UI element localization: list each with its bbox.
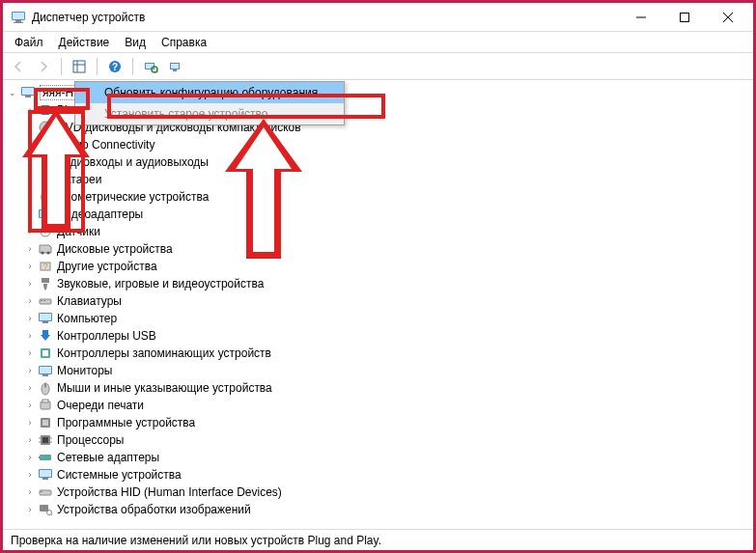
tree-item[interactable]: › Устройства HID (Human Interface Device…	[24, 484, 749, 501]
expand-icon[interactable]: ›	[24, 400, 36, 411]
tree-item[interactable]: › Биометрические устройства	[24, 188, 749, 206]
tree-item[interactable]: › Контроллеры запоминающих устройств	[24, 345, 749, 362]
help-button[interactable]: ?	[103, 55, 126, 78]
tree-item-label: Батареи	[57, 173, 101, 186]
close-button[interactable]	[706, 3, 749, 31]
expand-icon[interactable]: ›	[24, 330, 36, 342]
expand-icon[interactable]: ›	[24, 208, 36, 220]
titlebar: Диспетчер устройств	[3, 3, 753, 32]
svg-rect-48	[42, 321, 48, 323]
expand-icon[interactable]: ›	[24, 261, 36, 272]
back-button[interactable]	[7, 55, 30, 78]
maximize-button[interactable]	[662, 3, 706, 31]
tree-item-label: Jungo Connectivity	[57, 138, 154, 152]
expand-icon[interactable]: ›	[24, 243, 36, 255]
device-category-icon	[38, 467, 53, 483]
device-category-icon	[38, 432, 53, 448]
tree-item[interactable]: › Клавиатуры	[24, 292, 749, 310]
menu-file[interactable]: Файл	[7, 34, 51, 51]
expand-icon[interactable]: ›	[24, 156, 36, 168]
tree-item[interactable]: › Мониторы	[24, 362, 749, 379]
tree-item[interactable]: › Программные устройства	[24, 414, 749, 431]
tree-item[interactable]: › Аудиовходы и аудиовыходы	[24, 153, 749, 171]
separator	[97, 58, 98, 75]
expand-icon[interactable]: ›	[24, 504, 36, 515]
svg-rect-53	[42, 374, 48, 376]
tree-item[interactable]: › Батареи	[24, 171, 749, 188]
tree-item[interactable]: › Процессоры	[24, 431, 749, 449]
expand-icon[interactable]: ›	[24, 226, 36, 237]
expand-icon[interactable]: ›	[24, 104, 36, 116]
menu-help[interactable]: Справка	[154, 34, 214, 51]
tree-item[interactable]: › Очереди печати	[24, 397, 749, 414]
tree-item[interactable]: › Видеоадаптеры	[24, 206, 749, 223]
svg-rect-52	[40, 367, 51, 373]
ctx-install-legacy[interactable]: Установить старое устройство	[75, 103, 344, 124]
expand-icon[interactable]: ›	[24, 174, 36, 185]
svg-text:B: B	[42, 106, 48, 116]
svg-line-16	[156, 71, 157, 72]
svg-point-37	[44, 231, 47, 234]
tree-item-label: Очереди печати	[57, 399, 144, 412]
svg-rect-70	[40, 470, 51, 477]
tree-item[interactable]: › ? Другие устройства	[24, 258, 749, 275]
tree-item[interactable]: › Сетевые адаптеры	[24, 449, 749, 466]
expand-icon[interactable]: ›	[24, 417, 36, 429]
expand-icon[interactable]: ›	[24, 486, 36, 498]
expand-icon[interactable]: ›	[24, 452, 36, 463]
expand-icon[interactable]: ›	[24, 295, 36, 307]
tree-item[interactable]: › Дисковые устройства	[24, 240, 749, 258]
tree-item-label: Видеоадаптеры	[57, 207, 143, 221]
tree-item-label: Контроллеры запоминающих устройств	[57, 346, 271, 360]
tree-item[interactable]: › Звуковые, игровые и видеоустройства	[24, 275, 749, 292]
tree-item[interactable]: › Jungo Connectivity	[24, 136, 749, 153]
svg-rect-68	[39, 456, 41, 458]
tree-item[interactable]: › Компьютер	[24, 310, 749, 327]
expand-icon[interactable]: ›	[24, 278, 36, 290]
expand-icon[interactable]: ›	[24, 469, 36, 481]
computer-icon	[20, 85, 36, 100]
toolbar: ?	[3, 53, 753, 80]
tree-item[interactable]: › Устройства обработки изображений	[24, 501, 749, 518]
device-category-icon	[38, 380, 53, 396]
tree-item-label: Программные устройства	[57, 416, 195, 429]
tree-item[interactable]: › Мыши и иные указывающие устройства	[24, 379, 749, 397]
separator	[132, 58, 133, 75]
ctx-scan-hardware[interactable]: Обновить конфигурацию оборудования	[75, 82, 344, 103]
device-category-icon	[38, 415, 53, 430]
svg-rect-47	[40, 314, 51, 320]
svg-rect-35	[42, 218, 48, 220]
tree-item-label: Компьютер	[57, 312, 117, 325]
tree-item[interactable]: › Датчики	[24, 223, 749, 240]
svg-rect-19	[173, 69, 177, 71]
tree-item[interactable]: › Системные устройства	[24, 466, 749, 484]
expand-icon[interactable]: ›	[24, 434, 36, 446]
forward-button[interactable]	[32, 55, 55, 78]
expand-icon[interactable]: ›	[24, 122, 36, 133]
device-category-icon	[38, 293, 53, 309]
scan-hardware-button[interactable]	[139, 55, 162, 78]
expand-icon[interactable]: ›	[24, 139, 36, 151]
svg-point-75	[47, 511, 52, 515]
expand-icon[interactable]: ›	[24, 382, 36, 394]
separator	[61, 58, 62, 75]
device-category-icon	[38, 502, 53, 517]
device-tree-panel[interactable]: ⌄ яяя-HP › B Bluetooth › DVD-дисководы и…	[3, 80, 753, 528]
show-hide-tree-button[interactable]	[68, 55, 91, 78]
collapse-icon[interactable]: ⌄	[7, 87, 18, 98]
menu-action[interactable]: Действие	[51, 34, 118, 51]
svg-rect-74	[40, 505, 48, 512]
tree-item-label: Процессоры	[57, 433, 125, 447]
tree-item-label: Другие устройства	[57, 260, 157, 273]
menu-view[interactable]: Вид	[117, 34, 154, 51]
tree-item[interactable]: › Контроллеры USB	[24, 327, 749, 345]
minimize-button[interactable]	[619, 3, 662, 31]
expand-icon[interactable]: ›	[24, 347, 36, 359]
tree-item-label: Сетевые адаптеры	[57, 451, 159, 464]
expand-icon[interactable]: ›	[24, 365, 36, 376]
device-category-icon	[38, 484, 53, 500]
add-hardware-button[interactable]	[164, 55, 187, 78]
tree-item-label: Аудиовходы и аудиовыходы	[57, 155, 209, 169]
expand-icon[interactable]: ›	[24, 313, 36, 324]
expand-icon[interactable]: ›	[24, 191, 36, 203]
